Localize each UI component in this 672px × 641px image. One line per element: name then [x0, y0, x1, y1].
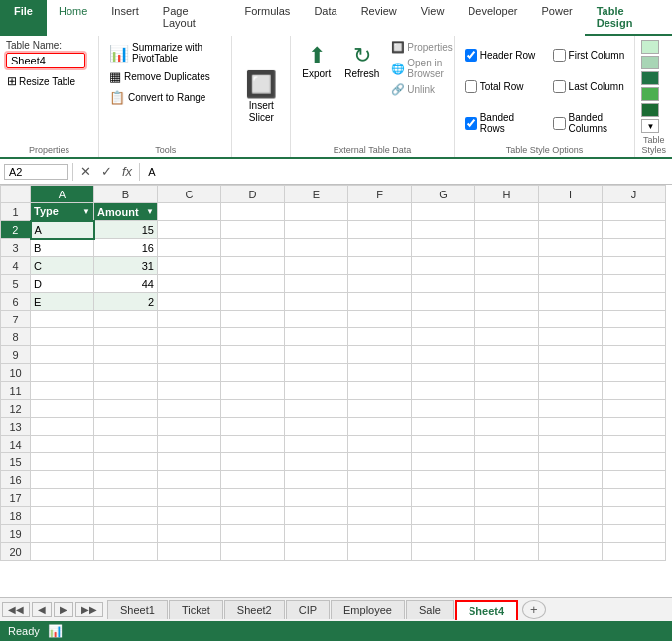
cell-i5[interactable]	[539, 275, 603, 293]
cell-j6[interactable]	[603, 293, 666, 311]
sheet-tab-ticket[interactable]: Ticket	[169, 600, 223, 619]
formulas-tab[interactable]: Formulas	[233, 0, 303, 36]
cell-i4[interactable]	[539, 257, 603, 275]
total-row-checkbox[interactable]	[465, 80, 477, 93]
cell-i1[interactable]	[539, 203, 603, 221]
cell-d4[interactable]	[221, 257, 285, 275]
sheet-tab-sheet4[interactable]: Sheet4	[455, 600, 518, 620]
data-tab[interactable]: Data	[302, 0, 348, 36]
cell-i2[interactable]	[539, 221, 603, 239]
cell-h6[interactable]	[475, 293, 539, 311]
sheet-tab-cip[interactable]: CIP	[286, 600, 330, 619]
cell-j4[interactable]	[603, 257, 666, 275]
cell-c2[interactable]	[158, 221, 221, 239]
sheet-nav-next[interactable]: ▶	[54, 602, 73, 617]
banded-cols-checkbox[interactable]	[553, 117, 566, 130]
cell-d2[interactable]	[221, 221, 285, 239]
col-header-i[interactable]: I	[539, 186, 603, 203]
style-swatch-2[interactable]	[641, 56, 659, 69]
summarize-btn[interactable]: 📊 Summarize with PivotTable	[105, 40, 225, 65]
cell-j5[interactable]	[603, 275, 666, 293]
sheet-tab-sheet1[interactable]: Sheet1	[107, 600, 168, 619]
col-header-c[interactable]: C	[158, 186, 221, 203]
refresh-btn[interactable]: ↻ Refresh	[339, 40, 384, 82]
cell-d6[interactable]	[221, 293, 285, 311]
cell-e5[interactable]	[285, 275, 348, 293]
cell-a5[interactable]: D	[31, 275, 94, 293]
export-btn[interactable]: ⬆ Export	[297, 40, 336, 82]
formula-input[interactable]	[144, 165, 668, 179]
col-header-d[interactable]: D	[221, 186, 285, 203]
file-tab[interactable]: File	[0, 0, 47, 36]
cell-j3[interactable]	[603, 239, 666, 257]
last-col-checkbox[interactable]	[553, 80, 566, 93]
cell-e2[interactable]	[285, 221, 348, 239]
cell-g6[interactable]	[412, 293, 475, 311]
cell-d1[interactable]	[221, 203, 285, 221]
power-tab[interactable]: Power	[530, 0, 585, 36]
cell-a1[interactable]: Type ▼	[31, 203, 94, 221]
cancel-formula-btn[interactable]: ✕	[77, 163, 94, 180]
col-header-f[interactable]: F	[348, 186, 412, 203]
cell-a2[interactable]: A	[31, 221, 94, 239]
developer-tab[interactable]: Developer	[456, 0, 529, 36]
sheet-nav-left[interactable]: ◀◀	[2, 602, 30, 617]
first-col-checkbox[interactable]	[553, 49, 566, 62]
col-header-g[interactable]: G	[412, 186, 475, 203]
cell-d3[interactable]	[221, 239, 285, 257]
cell-i6[interactable]	[539, 293, 603, 311]
convert-range-btn[interactable]: 📋 Convert to Range	[105, 88, 225, 107]
style-more-btn[interactable]: ▼	[641, 119, 659, 133]
cell-e1[interactable]	[285, 203, 348, 221]
insert-tab[interactable]: Insert	[99, 0, 151, 36]
cell-h2[interactable]	[475, 221, 539, 239]
sheet-tab-employee[interactable]: Employee	[331, 600, 405, 619]
banded-rows-checkbox[interactable]	[465, 117, 477, 130]
cell-a6[interactable]: E	[31, 293, 94, 311]
review-tab[interactable]: Review	[349, 0, 409, 36]
sheet-tab-sale[interactable]: Sale	[406, 600, 454, 619]
name-box[interactable]	[4, 164, 68, 180]
col-header-j[interactable]: J	[603, 186, 666, 203]
sheet-tab-sheet2[interactable]: Sheet2	[224, 600, 285, 619]
page-layout-tab[interactable]: Page Layout	[151, 0, 233, 36]
cell-c6[interactable]	[158, 293, 221, 311]
cell-c4[interactable]	[158, 257, 221, 275]
cell-c1[interactable]	[158, 203, 221, 221]
cell-e3[interactable]	[285, 239, 348, 257]
cell-j2[interactable]	[603, 221, 666, 239]
style-swatch-4[interactable]	[641, 87, 659, 101]
style-swatch-1[interactable]	[641, 40, 659, 54]
cell-h3[interactable]	[475, 239, 539, 257]
cell-f6[interactable]	[348, 293, 412, 311]
cell-g2[interactable]	[412, 221, 475, 239]
cell-f3[interactable]	[348, 239, 412, 257]
cell-a3[interactable]: B	[31, 239, 94, 257]
ext-properties-btn[interactable]: 🔲 Properties	[388, 40, 456, 55]
table-name-input[interactable]	[6, 53, 85, 68]
col-header-e[interactable]: E	[285, 186, 348, 203]
remove-duplicates-btn[interactable]: ▦ Remove Duplicates	[105, 67, 225, 86]
cell-f4[interactable]	[348, 257, 412, 275]
insert-function-btn[interactable]: fx	[119, 163, 135, 180]
cell-f2[interactable]	[348, 221, 412, 239]
cell-g1[interactable]	[412, 203, 475, 221]
cell-d5[interactable]	[221, 275, 285, 293]
cell-h5[interactable]	[475, 275, 539, 293]
insert-slicer-btn[interactable]: 🔲 InsertSlicer	[240, 40, 282, 153]
cell-a4[interactable]: C	[31, 257, 94, 275]
cell-b4[interactable]: 31	[94, 257, 158, 275]
spreadsheet-area[interactable]: A B C D E F G H I J 1	[0, 185, 672, 597]
cell-f5[interactable]	[348, 275, 412, 293]
cell-g5[interactable]	[412, 275, 475, 293]
sheet-nav-right[interactable]: ▶▶	[75, 602, 103, 617]
style-swatch-3[interactable]	[641, 71, 659, 85]
header-row-checkbox[interactable]	[465, 49, 477, 62]
cell-e4[interactable]	[285, 257, 348, 275]
col-header-b[interactable]: B	[94, 186, 158, 203]
view-tab[interactable]: View	[409, 0, 457, 36]
cell-g3[interactable]	[412, 239, 475, 257]
resize-table-btn[interactable]: ⊞ Resize Table	[6, 72, 92, 90]
cell-c5[interactable]	[158, 275, 221, 293]
open-browser-btn[interactable]: 🌐 Open in Browser	[388, 57, 456, 80]
